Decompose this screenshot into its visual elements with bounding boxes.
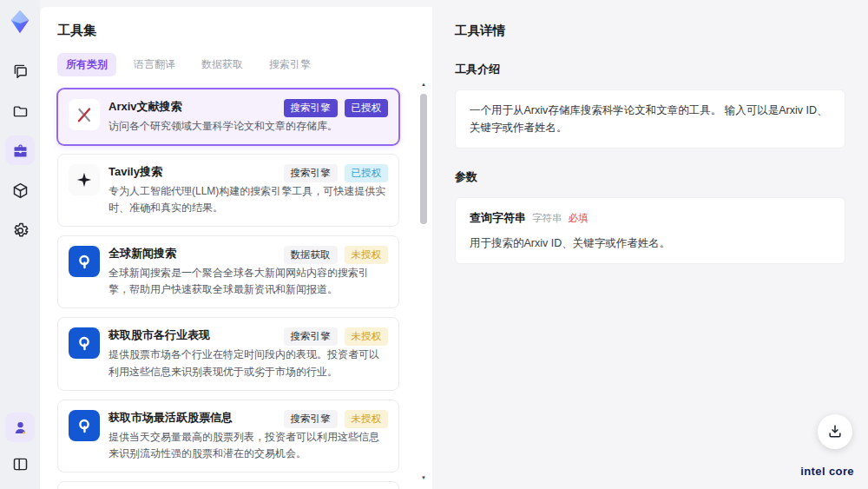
authorized-badge: 已授权: [345, 99, 389, 117]
tool-card[interactable]: 全球新闻搜索全球新闻搜索是一个聚合全球各大新闻网站内容的搜索引擎，帮助用户快速获…: [57, 235, 399, 308]
tool-card[interactable]: 获取市场最活跃股票信息提供当天交易量最高的股票列表，投资者可以利用这些信息来识别…: [57, 400, 399, 472]
category-badge: 搜索引擎: [284, 410, 338, 428]
tools-panel: 工具集 所有类别 语言翻译 数据获取 搜索引擎 Arxiv文献搜索访问各个研究领…: [40, 7, 432, 489]
tool-badges: 搜索引擎未授权: [284, 327, 389, 346]
arxiv-icon: [69, 99, 100, 130]
sidebar-item-folder[interactable]: [5, 96, 35, 125]
tab-data-fetch[interactable]: 数据获取: [193, 53, 252, 76]
unauthorized-badge: 未授权: [345, 246, 389, 264]
param-required-badge: 必填: [569, 210, 589, 226]
tool-card[interactable]: 获取股市各行业表现提供股票市场各个行业在特定时间段内的表现。投资者可以利用这些信…: [57, 317, 399, 390]
param-description: 用于搜索的Arxiv ID、关键字或作者姓名。: [470, 235, 831, 252]
tool-description: 专为人工智能代理(LLM)构建的搜索引擎工具，可快速提供实时、准确和真实的结果。: [108, 183, 388, 216]
tool-badges: 搜索引擎已授权: [284, 164, 389, 182]
sidebar-item-chat[interactable]: [5, 56, 35, 85]
blue-query-icon: [69, 410, 100, 441]
app-window: 工具集 所有类别 语言翻译 数据获取 搜索引擎 Arxiv文献搜索访问各个研究领…: [0, 0, 868, 489]
category-badge: 搜索引擎: [284, 164, 338, 182]
toolbox-icon: [11, 142, 30, 160]
download-icon: [826, 423, 844, 440]
scrollbar-thumb[interactable]: [420, 94, 427, 224]
params-heading: 参数: [455, 169, 845, 185]
download-button[interactable]: [818, 414, 852, 449]
chat-icon: [11, 62, 30, 80]
param-card: 查询字符串 字符串 必填 用于搜索的Arxiv ID、关键字或作者姓名。: [455, 197, 845, 264]
scroll-up-arrow[interactable]: ▲: [419, 82, 428, 87]
blue-query-icon: [69, 246, 100, 277]
tool-description: 提供股票市场各个行业在特定时间段内的表现。投资者可以利用这些信息来识别表现优于或…: [108, 347, 388, 380]
sidebar-item-cube[interactable]: [5, 175, 35, 205]
tab-search-engine[interactable]: 搜索引擎: [260, 53, 319, 76]
app-logo-icon: [7, 9, 33, 35]
settings-gear-icon: [11, 221, 30, 240]
unauthorized-badge: 未授权: [345, 410, 389, 428]
param-header: 查询字符串 字符串 必填: [470, 209, 831, 228]
page-title: 工具集: [57, 23, 415, 39]
tool-description: 访问各个研究领域大量科学论文和文章的存储库。: [108, 118, 388, 135]
detail-title: 工具详情: [455, 23, 845, 39]
unauthorized-badge: 未授权: [345, 327, 389, 346]
intro-heading: 工具介绍: [455, 62, 845, 77]
tool-card[interactable]: 万维地区新闻查询查询具体行政区划内的新闻，快速了解各地新闻动态搜索引擎未授权: [57, 481, 399, 489]
blue-query-icon: [69, 327, 100, 359]
tavily-icon: [69, 164, 100, 195]
category-badge: 搜索引擎: [284, 99, 338, 117]
tool-description: 全球新闻搜索是一个聚合全球各大新闻网站内容的搜索引擎，帮助用户快速获取全球最新资…: [108, 265, 388, 298]
scrollbar[interactable]: ▲ ▼: [419, 82, 428, 480]
category-badge: 搜索引擎: [284, 327, 338, 346]
tool-badges: 搜索引擎未授权: [284, 410, 389, 428]
tool-badges: 数据获取未授权: [284, 246, 389, 264]
user-icon: [11, 419, 30, 437]
scroll-down-arrow[interactable]: ▼: [419, 475, 428, 480]
tab-all-categories[interactable]: 所有类别: [57, 53, 116, 76]
sidebar-bottom: [5, 413, 35, 479]
sidebar-item-settings-gear[interactable]: [5, 215, 35, 245]
tool-badges: 搜索引擎已授权: [284, 99, 389, 117]
main-area: 工具集 所有类别 语言翻译 数据获取 搜索引擎 Arxiv文献搜索访问各个研究领…: [40, 0, 868, 489]
sidebar-item-panel-toggle[interactable]: [5, 449, 35, 479]
intel-core-logo: intel core: [800, 465, 854, 478]
category-badge: 数据获取: [284, 246, 338, 264]
sidebar-item-user[interactable]: [5, 413, 35, 442]
detail-panel: 工具详情 工具介绍 一个用于从Arxiv存储库搜索科学论文和文章的工具。 输入可…: [432, 7, 868, 489]
folder-icon: [11, 102, 30, 120]
category-tabs: 所有类别 语言翻译 数据获取 搜索引擎: [57, 53, 415, 76]
tool-description: 提供当天交易量最高的股票列表，投资者可以利用这些信息来识别流动性强的股票和潜在的…: [108, 429, 388, 462]
param-type: 字符串: [532, 210, 562, 226]
sidebar-item-toolbox[interactable]: [5, 135, 35, 165]
tool-list: Arxiv文献搜索访问各个研究领域大量科学论文和文章的存储库。搜索引擎已授权Ta…: [57, 89, 415, 489]
tool-intro-box: 一个用于从Arxiv存储库搜索科学论文和文章的工具。 输入可以是Arxiv ID…: [455, 89, 845, 149]
param-name: 查询字符串: [470, 209, 526, 228]
tool-card[interactable]: Tavily搜索专为人工智能代理(LLM)构建的搜索引擎工具，可快速提供实时、准…: [57, 154, 399, 227]
panel-toggle-icon: [11, 455, 30, 473]
sidebar-nav: [5, 56, 35, 245]
tab-language-translation[interactable]: 语言翻译: [125, 53, 184, 76]
authorized-badge: 已授权: [345, 164, 389, 182]
tool-card[interactable]: Arxiv文献搜索访问各个研究领域大量科学论文和文章的存储库。搜索引擎已授权: [57, 89, 399, 145]
cube-icon: [11, 182, 30, 200]
sidebar: [0, 0, 40, 489]
